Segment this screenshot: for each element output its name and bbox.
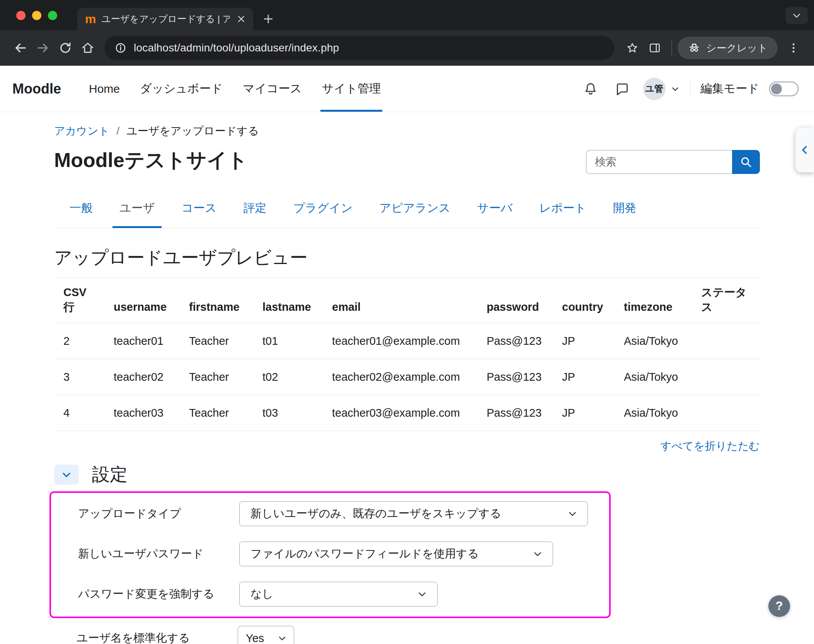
header-password: password bbox=[477, 278, 553, 323]
moodle-brand[interactable]: Moodle bbox=[12, 66, 61, 112]
cell-country: JP bbox=[553, 323, 615, 359]
bookmark-star-icon[interactable] bbox=[621, 37, 644, 59]
address-bar[interactable]: localhost/admin/tool/uploaduser/index.ph… bbox=[104, 36, 614, 60]
table-row: 2 teacher01 Teacher t01 teacher01@exampl… bbox=[54, 323, 760, 359]
preview-heading: アップロードユーザプレビュー bbox=[54, 246, 760, 270]
chevron-down-icon bbox=[670, 84, 680, 94]
nav-item-mycourses[interactable]: マイコース bbox=[233, 66, 312, 112]
breadcrumb-separator: / bbox=[116, 125, 119, 137]
window-minimize-button[interactable] bbox=[32, 11, 41, 20]
tab-search-button[interactable] bbox=[785, 7, 808, 24]
force-password-change-label: パスワード変更を強制する bbox=[51, 586, 239, 602]
form-row-new-password: 新しいユーザパスワード ファイルのパスワードフィールドを使用する bbox=[51, 542, 609, 566]
window-zoom-button[interactable] bbox=[48, 11, 57, 20]
cell-lastname: t01 bbox=[253, 323, 323, 359]
moodle-navbar: Moodle Home ダッシュボード マイコース サイト管理 ユ管 編集モード bbox=[0, 66, 814, 112]
cell-firstname: Teacher bbox=[180, 323, 253, 359]
upload-type-label: アップロードタイプ bbox=[51, 506, 239, 521]
header-lastname: lastname bbox=[253, 278, 323, 323]
forward-button[interactable] bbox=[32, 37, 54, 59]
standardise-username-select[interactable]: Yes bbox=[238, 626, 294, 644]
standardise-username-value: Yes bbox=[246, 632, 264, 644]
chevron-left-icon bbox=[798, 143, 811, 157]
new-password-label: 新しいユーザパスワード bbox=[51, 546, 239, 562]
new-password-value: ファイルのパスワードフィールドを使用する bbox=[250, 546, 479, 562]
tab-general[interactable]: 一般 bbox=[63, 198, 100, 228]
force-password-change-select[interactable]: なし bbox=[239, 582, 438, 607]
chevron-down-icon bbox=[416, 588, 428, 600]
nav-item-site-admin[interactable]: サイト管理 bbox=[312, 66, 391, 112]
chevron-down-icon bbox=[60, 469, 73, 481]
breadcrumb-link-accounts[interactable]: アカウント bbox=[54, 124, 109, 138]
cell-country: JP bbox=[553, 395, 615, 431]
browser-tab-strip: m ユーザをアップロードする | アカ bbox=[0, 0, 814, 30]
settings-heading: 設定 bbox=[92, 463, 128, 487]
cell-email: teacher01@example.com bbox=[323, 323, 477, 359]
edit-mode-toggle[interactable] bbox=[769, 82, 799, 96]
tab-plugins[interactable]: プラグイン bbox=[286, 198, 360, 228]
force-password-change-value: なし bbox=[250, 586, 273, 602]
page-content: アカウント / ユーザをアップロードする Moodleテストサイト 一般 ユーザ… bbox=[0, 112, 814, 644]
user-menu[interactable]: ユ管 bbox=[643, 78, 680, 100]
cell-password: Pass@123 bbox=[477, 395, 553, 431]
tab-server[interactable]: サーバ bbox=[470, 198, 519, 228]
nav-item-home[interactable]: Home bbox=[79, 66, 130, 112]
chevron-down-icon bbox=[567, 508, 578, 520]
nav-item-dashboard[interactable]: ダッシュボード bbox=[130, 66, 233, 112]
back-button[interactable] bbox=[9, 37, 32, 59]
side-panel-icon[interactable] bbox=[644, 37, 666, 59]
form-row-standardise-username: ユーザ名を標準化する Yes bbox=[54, 626, 760, 644]
header-csv-line: CSV行 bbox=[54, 278, 104, 323]
admin-tabs: 一般 ユーザ コース 評定 プラグイン アピアランス サーバ レポート 開発 bbox=[54, 198, 760, 228]
tab-appearance[interactable]: アピアランス bbox=[372, 198, 457, 228]
url-text: localhost/admin/tool/uploaduser/index.ph… bbox=[134, 42, 339, 54]
tab-grades[interactable]: 評定 bbox=[237, 198, 274, 228]
cell-firstname: Teacher bbox=[180, 359, 253, 395]
new-tab-button[interactable] bbox=[262, 12, 275, 26]
tab-users[interactable]: ユーザ bbox=[112, 198, 162, 228]
upload-preview-table: CSV行 username firstname lastname email p… bbox=[54, 278, 760, 431]
collapse-all-link[interactable]: すべてを折りたたむ bbox=[661, 440, 760, 452]
cell-lastname: t03 bbox=[253, 395, 323, 431]
tab-development[interactable]: 開発 bbox=[606, 198, 643, 228]
table-row: 4 teacher03 Teacher t03 teacher03@exampl… bbox=[54, 395, 760, 431]
cell-csv-line: 3 bbox=[54, 359, 104, 395]
standardise-username-label: ユーザ名を標準化する bbox=[54, 630, 238, 644]
cell-email: teacher02@example.com bbox=[323, 359, 477, 395]
window-close-button[interactable] bbox=[16, 11, 26, 20]
reload-button[interactable] bbox=[54, 37, 77, 59]
browser-menu-icon[interactable] bbox=[782, 37, 805, 59]
tab-close-icon[interactable] bbox=[235, 13, 247, 25]
browser-tab[interactable]: m ユーザをアップロードする | アカ bbox=[77, 8, 253, 30]
breadcrumb-current: ユーザをアップロードする bbox=[126, 124, 259, 138]
cell-timezone: Asia/Tokyo bbox=[615, 359, 692, 395]
table-row: 3 teacher02 Teacher t02 teacher02@exampl… bbox=[54, 359, 760, 395]
tab-reports[interactable]: レポート bbox=[532, 198, 593, 228]
upload-type-select[interactable]: 新しいユーザのみ、既存のユーザをスキップする bbox=[239, 501, 588, 526]
chevron-down-icon bbox=[277, 633, 288, 644]
settings-collapse-button[interactable] bbox=[54, 465, 79, 485]
incognito-badge: シークレット bbox=[678, 37, 778, 59]
page-title: Moodleテストサイト bbox=[54, 148, 248, 172]
help-button[interactable]: ? bbox=[768, 595, 790, 617]
cell-status bbox=[692, 395, 760, 431]
search-button[interactable] bbox=[732, 150, 760, 174]
header-country: country bbox=[553, 278, 615, 323]
site-info-icon[interactable] bbox=[114, 42, 127, 54]
tab-courses[interactable]: コース bbox=[174, 198, 223, 228]
messages-chat-icon[interactable] bbox=[611, 78, 633, 100]
search-input[interactable] bbox=[586, 150, 732, 174]
cell-email: teacher03@example.com bbox=[323, 395, 477, 431]
notifications-bell-icon[interactable] bbox=[580, 78, 601, 100]
incognito-label: シークレット bbox=[706, 41, 768, 55]
block-drawer-toggle[interactable] bbox=[795, 128, 814, 172]
new-password-select[interactable]: ファイルのパスワードフィールドを使用する bbox=[239, 542, 553, 566]
header-status: ステータス bbox=[692, 278, 760, 323]
header-timezone: timezone bbox=[615, 278, 692, 323]
edit-mode-label: 編集モード bbox=[701, 81, 759, 97]
cell-username: teacher02 bbox=[104, 359, 180, 395]
upload-type-value: 新しいユーザのみ、既存のユーザをスキップする bbox=[250, 506, 501, 521]
home-button[interactable] bbox=[77, 37, 99, 59]
table-header-row: CSV行 username firstname lastname email p… bbox=[54, 278, 760, 323]
cell-csv-line: 2 bbox=[54, 323, 104, 359]
